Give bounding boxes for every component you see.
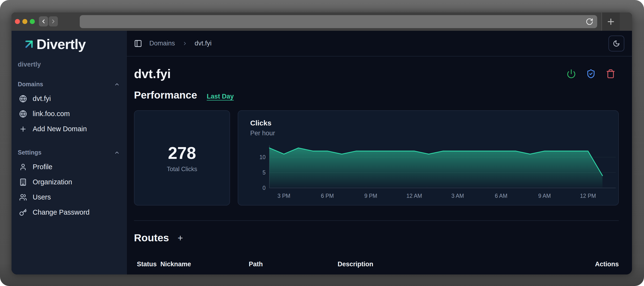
chevron-up-icon <box>114 82 120 87</box>
svg-text:12 PM: 12 PM <box>580 193 596 199</box>
users-icon <box>19 193 27 201</box>
svg-text:12 AM: 12 AM <box>406 193 422 199</box>
browser-window: + Divertly divertly Domains <box>12 13 632 274</box>
sidebar-item-label: Change Password <box>33 208 90 216</box>
breadcrumb: Domains dvt.fyi <box>134 40 212 48</box>
url-bar[interactable] <box>80 15 597 28</box>
svg-text:3 PM: 3 PM <box>277 193 290 199</box>
dark-mode-toggle-button[interactable] <box>608 36 624 52</box>
sidebar-item-label: Organization <box>33 178 72 186</box>
refresh-icon[interactable] <box>586 18 593 26</box>
sidebar-item-label: Profile <box>33 163 52 171</box>
sidebar-item-profile[interactable]: Profile <box>18 159 120 174</box>
zoom-window-button[interactable] <box>30 19 35 24</box>
sidebar-item-label: dvt.fyi <box>33 95 51 103</box>
breadcrumb-domains-link[interactable]: Domains <box>149 40 175 47</box>
user-icon <box>19 163 27 171</box>
trash-icon <box>606 69 616 79</box>
column-header-status: Status <box>137 260 157 268</box>
sidebar-item-organization[interactable]: Organization <box>18 174 120 190</box>
total-clicks-card: 278 Total Clicks <box>134 110 230 205</box>
org-name: divertly <box>18 61 126 68</box>
chevron-left-icon <box>40 18 46 25</box>
column-header-actions: Actions <box>595 260 619 268</box>
svg-text:6 AM: 6 AM <box>495 193 507 199</box>
breadcrumb-current: dvt.fyi <box>195 40 212 47</box>
shield-check-icon <box>586 69 596 79</box>
minimize-window-button[interactable] <box>22 19 27 24</box>
plus-icon <box>19 125 27 133</box>
building-icon <box>19 178 27 186</box>
logo-text: Divertly <box>36 36 86 52</box>
settings-section-header[interactable]: Settings <box>18 149 120 156</box>
panel-left-icon[interactable] <box>134 40 142 48</box>
screenshot-frame: + Divertly divertly Domains <box>0 0 644 286</box>
power-toggle-button[interactable] <box>566 69 576 79</box>
moon-icon <box>613 40 620 47</box>
column-header-path: Path <box>249 260 263 268</box>
column-header-nickname: Nickname <box>160 260 191 268</box>
routes-heading: Routes <box>134 232 169 244</box>
range-last-day-link[interactable]: Last Day <box>207 93 234 100</box>
section-divider <box>134 220 619 221</box>
clicks-chart-card: Clicks Per hour 05103 PM6 PM9 PM12 AM3 A… <box>238 110 619 205</box>
total-clicks-label: Total Clicks <box>167 166 197 173</box>
routes-table-header: Status Nickname Path Description Actions <box>134 260 619 269</box>
svg-text:3 AM: 3 AM <box>452 193 464 199</box>
close-window-button[interactable] <box>15 19 20 24</box>
sidebar-item-label: Users <box>33 193 51 201</box>
browser-back-button[interactable] <box>39 16 48 27</box>
sidebar-item-label: link.foo.com <box>33 110 70 118</box>
domain-actions <box>566 69 616 79</box>
header-bar: Domains dvt.fyi <box>127 31 632 57</box>
arrow-up-right-icon <box>22 37 36 51</box>
settings-section-label: Settings <box>18 149 42 156</box>
plus-icon: + <box>607 15 614 28</box>
logo[interactable]: Divertly <box>22 36 126 52</box>
sidebar: Divertly divertly Domains <box>12 31 127 274</box>
svg-text:5: 5 <box>262 169 266 176</box>
clicks-area-chart: 05103 PM6 PM9 PM12 AM3 AM6 AM9 AM12 PM <box>252 139 619 202</box>
chevron-right-icon <box>50 18 56 25</box>
security-button[interactable] <box>586 69 596 79</box>
svg-text:6 PM: 6 PM <box>321 193 334 199</box>
svg-text:0: 0 <box>262 185 266 191</box>
total-clicks-value: 278 <box>168 143 196 163</box>
browser-forward-button[interactable] <box>49 16 58 27</box>
svg-text:9 AM: 9 AM <box>538 193 551 199</box>
performance-heading: Performance <box>134 89 197 101</box>
sidebar-item-link-foo-com[interactable]: link.foo.com <box>18 106 120 121</box>
power-icon <box>566 69 576 79</box>
globe-icon <box>19 95 27 103</box>
delete-domain-button[interactable] <box>606 69 616 79</box>
svg-text:9 PM: 9 PM <box>364 193 377 199</box>
key-icon <box>19 209 27 216</box>
column-header-description: Description <box>338 260 374 268</box>
sidebar-item-dvt-fyi[interactable]: dvt.fyi <box>18 91 120 106</box>
page-content: dvt.fyi <box>127 57 632 274</box>
sidebar-item-label: Add New Domain <box>33 125 87 133</box>
domains-section-label: Domains <box>18 81 43 88</box>
chart-title: Clicks <box>250 119 618 127</box>
browser-titlebar: + <box>12 13 632 31</box>
new-tab-button[interactable]: + <box>602 13 620 31</box>
sidebar-section-domains: Domains dvt.fyi <box>18 81 120 137</box>
chart-subtitle: Per hour <box>250 130 618 137</box>
add-route-button[interactable]: + <box>178 233 183 242</box>
page-title: dvt.fyi <box>134 67 171 81</box>
sidebar-item-users[interactable]: Users <box>18 190 120 205</box>
sidebar-item-add-new-domain[interactable]: Add New Domain <box>18 121 120 137</box>
globe-icon <box>19 110 27 118</box>
sidebar-section-settings: Settings Profile <box>18 149 120 220</box>
app-root: Divertly divertly Domains <box>12 31 632 274</box>
chevron-up-icon <box>114 150 120 155</box>
main-area: Domains dvt.fyi dvt.fyi <box>127 31 632 274</box>
sidebar-item-change-password[interactable]: Change Password <box>18 205 120 220</box>
svg-text:10: 10 <box>259 154 266 160</box>
chevron-right-icon <box>182 41 188 46</box>
domains-section-header[interactable]: Domains <box>18 81 120 88</box>
